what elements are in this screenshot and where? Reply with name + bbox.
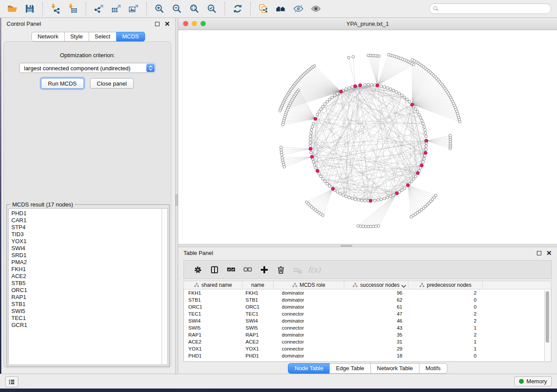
tab-edge-table[interactable]: Edge Table xyxy=(329,363,371,374)
export-image-icon[interactable] xyxy=(128,3,139,14)
tab-network[interactable]: Network xyxy=(31,32,65,41)
network-node[interactable] xyxy=(386,86,389,89)
network-node[interactable] xyxy=(339,192,342,195)
network-node[interactable] xyxy=(281,123,284,126)
network-node[interactable] xyxy=(367,83,370,86)
mcds-node[interactable] xyxy=(369,199,372,202)
network-node[interactable] xyxy=(342,194,344,196)
network-node[interactable] xyxy=(380,85,383,87)
network-node[interactable] xyxy=(328,185,331,187)
network-node[interactable] xyxy=(345,195,347,198)
close-traffic-light-icon[interactable] xyxy=(183,21,188,26)
network-node[interactable] xyxy=(280,146,282,148)
network-node[interactable] xyxy=(423,125,426,128)
column-header-shared-name[interactable]: shared name xyxy=(184,281,242,289)
network-node[interactable] xyxy=(370,225,372,228)
network-node[interactable] xyxy=(310,132,312,134)
network-node[interactable] xyxy=(309,135,312,138)
network-node[interactable] xyxy=(414,175,417,178)
splitter-handle[interactable] xyxy=(341,245,352,247)
sort-chevron-icon[interactable] xyxy=(401,283,406,289)
mcds-node[interactable] xyxy=(424,151,427,154)
deselect-all-rows-icon[interactable] xyxy=(243,265,253,275)
network-node[interactable] xyxy=(280,148,283,151)
import-network-icon[interactable] xyxy=(50,3,61,14)
table-row[interactable]: YOX1YOX1connector291 xyxy=(184,345,551,352)
column-header-successor-nodes[interactable]: successor nodes xyxy=(344,281,408,289)
network-node[interactable] xyxy=(309,141,311,144)
network-node[interactable] xyxy=(377,199,379,201)
network-node[interactable] xyxy=(359,225,362,227)
network-node[interactable] xyxy=(389,88,392,90)
mcds-result-item[interactable]: RAP1 xyxy=(9,294,167,301)
mcds-node[interactable] xyxy=(316,169,319,172)
table-row[interactable]: SWI4SWI4dominator462 xyxy=(184,317,551,324)
network-node[interactable] xyxy=(416,110,419,113)
memory-button[interactable]: Memory xyxy=(514,376,552,386)
mcds-result-item[interactable]: YOX1 xyxy=(9,238,167,245)
network-node[interactable] xyxy=(414,108,417,110)
network-node[interactable] xyxy=(310,128,313,131)
network-node[interactable] xyxy=(363,199,366,202)
delete-columns-icon[interactable] xyxy=(276,265,286,275)
select-all-rows-icon[interactable] xyxy=(226,265,236,275)
mcds-result-item[interactable]: FKH1 xyxy=(9,266,167,273)
maximize-traffic-light-icon[interactable] xyxy=(201,21,206,26)
network-node[interactable] xyxy=(449,134,451,137)
network-node[interactable] xyxy=(324,180,326,183)
network-node[interactable] xyxy=(406,98,408,101)
column-header-name[interactable]: name xyxy=(242,281,273,289)
network-node[interactable] xyxy=(279,109,281,112)
mcds-list-scrollbar[interactable] xyxy=(162,209,167,364)
tab-mcds[interactable]: MCDS xyxy=(116,32,145,41)
network-node[interactable] xyxy=(318,110,320,113)
network-node[interactable] xyxy=(383,197,386,200)
column-header-predecessor-nodes[interactable]: predecessor nodes xyxy=(408,281,483,289)
network-node[interactable] xyxy=(423,158,426,160)
column-settings-icon[interactable] xyxy=(193,265,203,275)
network-node[interactable] xyxy=(319,108,322,110)
network-node[interactable] xyxy=(367,54,370,57)
network-node[interactable] xyxy=(425,144,428,147)
network-node[interactable] xyxy=(362,225,364,228)
network-node[interactable] xyxy=(328,98,331,101)
mcds-node[interactable] xyxy=(331,187,334,190)
table-row[interactable]: STB1STB1dominator620 xyxy=(184,296,551,303)
mcds-node[interactable] xyxy=(395,192,398,195)
table-row[interactable]: ACE2ACE2connector311 xyxy=(184,338,551,345)
close-panel-button[interactable]: Close panel xyxy=(90,78,134,89)
mcds-node[interactable] xyxy=(314,117,317,120)
mcds-node[interactable] xyxy=(411,103,414,106)
network-node[interactable] xyxy=(422,161,424,163)
network-node[interactable] xyxy=(370,83,373,86)
tab-network-table[interactable]: Network Table xyxy=(370,363,419,374)
mcds-result-item[interactable]: PHD1 xyxy=(9,210,167,217)
network-node[interactable] xyxy=(360,199,363,202)
network-node[interactable] xyxy=(312,161,315,163)
network-node[interactable] xyxy=(313,164,316,166)
network-node[interactable] xyxy=(319,175,322,178)
table-row[interactable]: ORC1ORC1dominator610 xyxy=(184,303,551,310)
network-node[interactable] xyxy=(309,138,311,141)
network-node[interactable] xyxy=(375,225,377,227)
network-node[interactable] xyxy=(322,178,324,180)
network-node[interactable] xyxy=(309,144,311,147)
network-node[interactable] xyxy=(421,119,423,122)
network-node[interactable] xyxy=(410,180,413,183)
network-node[interactable] xyxy=(395,91,398,93)
column-header-MCDS-role[interactable]: MCDS role xyxy=(273,281,344,289)
table-row[interactable]: RAP1RAP1dominator352 xyxy=(184,331,551,338)
network-node[interactable] xyxy=(367,225,370,228)
network-node[interactable] xyxy=(389,195,392,198)
network-node[interactable] xyxy=(280,154,283,156)
table-row[interactable]: PHD1PHD1dominator180 xyxy=(184,352,551,359)
network-node[interactable] xyxy=(434,194,437,197)
search-box[interactable] xyxy=(429,3,551,14)
float-window-icon[interactable] xyxy=(155,22,159,26)
optimization-criterion-select[interactable]: largest connected component (undirected) xyxy=(19,63,156,73)
network-node[interactable] xyxy=(331,96,333,99)
network-node[interactable] xyxy=(425,135,427,138)
apply-layout-icon[interactable] xyxy=(232,3,243,14)
horizontal-splitter[interactable] xyxy=(178,244,557,247)
table-scrollbar[interactable] xyxy=(544,290,550,361)
